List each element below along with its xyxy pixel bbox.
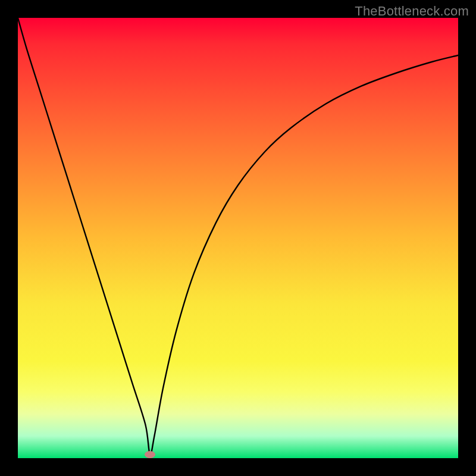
plot-background-gradient — [18, 18, 458, 458]
watermark-label: TheBottleneck.com — [355, 4, 469, 19]
chart-frame: TheBottleneck.com — [0, 0, 476, 476]
